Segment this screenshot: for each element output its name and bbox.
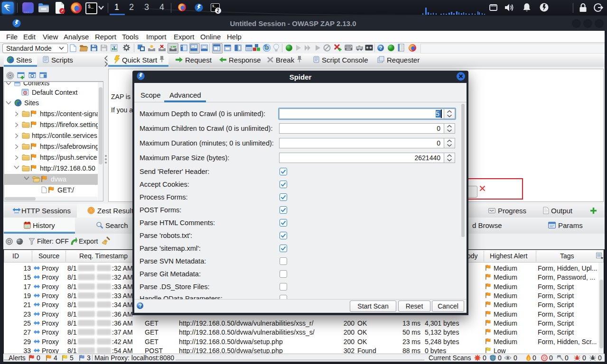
svg-text:?: ?	[379, 45, 383, 51]
svg-text:?: ?	[139, 303, 142, 309]
